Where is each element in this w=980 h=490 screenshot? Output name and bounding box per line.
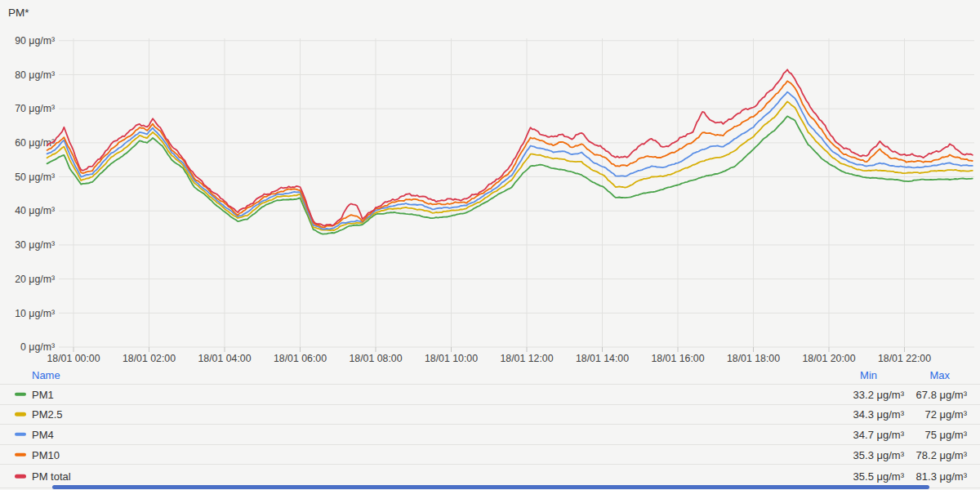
x-axis-tick-label: 18/01 06:00 [274, 353, 327, 364]
x-axis-tick-label: 18/01 02:00 [122, 353, 176, 364]
series-max: 81.3 μg/m³ [916, 470, 967, 483]
series-min: 34.7 μg/m³ [853, 428, 904, 440]
series-marker-pm-total [15, 474, 26, 479]
series-line-pm4[interactable] [47, 92, 973, 229]
series-name: PM4 [32, 428, 54, 440]
line-chart-canvas[interactable]: 0 μg/m³10 μg/m³20 μg/m³30 μg/m³40 μg/m³5… [0, 0, 980, 365]
series-min: 34.3 μg/m³ [853, 408, 904, 421]
x-axis-tick-label: 18/01 08:00 [350, 353, 403, 364]
legend-table-header: Name Min Max [0, 365, 980, 385]
x-axis-tick-label: 18/01 12:00 [501, 353, 554, 364]
y-axis-tick-label: 30 μg/m³ [15, 239, 55, 251]
legend-table: Name Min Max PM1 33.2 μg/m³ 67.8 μg/m³ P… [0, 365, 980, 488]
series-max: 72 μg/m³ [924, 408, 967, 421]
series-max: 78.2 μg/m³ [916, 448, 967, 461]
y-axis-tick-label: 10 μg/m³ [15, 308, 55, 319]
legend-row-pm1[interactable]: PM1 33.2 μg/m³ 67.8 μg/m³ [0, 385, 980, 405]
x-axis-tick-label: 18/01 00:00 [47, 353, 100, 364]
x-axis-tick-label: 18/01 04:00 [198, 353, 252, 364]
series-max: 67.8 μg/m³ [916, 388, 967, 400]
x-axis-tick-label: 18/01 20:00 [803, 353, 856, 364]
series-line-pm1[interactable] [47, 116, 973, 234]
x-axis-tick-label: 18/01 16:00 [652, 353, 705, 364]
series-name: PM10 [32, 448, 60, 461]
series-marker-pm1 [15, 393, 26, 397]
y-axis-tick-label: 80 μg/m³ [15, 69, 55, 81]
y-axis-tick-label: 50 μg/m³ [15, 172, 55, 183]
x-axis-tick-label: 18/01 22:00 [878, 353, 931, 364]
series-marker-pm10 [15, 452, 26, 457]
series-min: 33.2 μg/m³ [853, 388, 904, 400]
column-header-name[interactable]: Name [32, 368, 60, 381]
y-axis-tick-label: 40 μg/m³ [15, 205, 55, 216]
horizontal-scrollbar-thumb[interactable] [52, 485, 929, 489]
legend-row-pm10[interactable]: PM10 35.3 μg/m³ 78.2 μg/m³ [0, 445, 980, 466]
y-axis-tick-label: 0 μg/m³ [20, 341, 55, 353]
series-marker-pm4 [15, 433, 26, 437]
series-min: 35.5 μg/m³ [853, 470, 904, 483]
series-line-pm10[interactable] [47, 81, 973, 227]
series-min: 35.3 μg/m³ [853, 448, 904, 461]
series-max: 75 μg/m³ [924, 428, 967, 440]
legend-row-pm2-5[interactable]: PM2.5 34.3 μg/m³ 72 μg/m³ [0, 405, 980, 425]
y-axis-tick-label: 60 μg/m³ [15, 137, 55, 149]
series-marker-pm2-5 [15, 412, 26, 416]
column-header-max[interactable]: Max [929, 368, 950, 381]
series-name: PM total [32, 470, 71, 483]
x-axis-tick-label: 18/01 10:00 [425, 353, 478, 364]
pm-chart-panel: PM* 0 μg/m³10 μg/m³20 μg/m³30 μg/m³40 μg… [0, 0, 980, 490]
column-header-min[interactable]: Min [860, 368, 877, 381]
y-axis-tick-label: 70 μg/m³ [15, 103, 55, 114]
y-axis-tick-label: 20 μg/m³ [15, 274, 55, 285]
y-axis-tick-label: 90 μg/m³ [15, 35, 55, 47]
series-line-pm-total[interactable] [47, 69, 973, 225]
legend-row-pm4[interactable]: PM4 34.7 μg/m³ 75 μg/m³ [0, 425, 980, 445]
x-axis-tick-label: 18/01 18:00 [727, 353, 780, 364]
series-name: PM1 [32, 388, 54, 400]
x-axis-tick-label: 18/01 14:00 [576, 353, 629, 364]
series-name: PM2.5 [32, 408, 63, 421]
